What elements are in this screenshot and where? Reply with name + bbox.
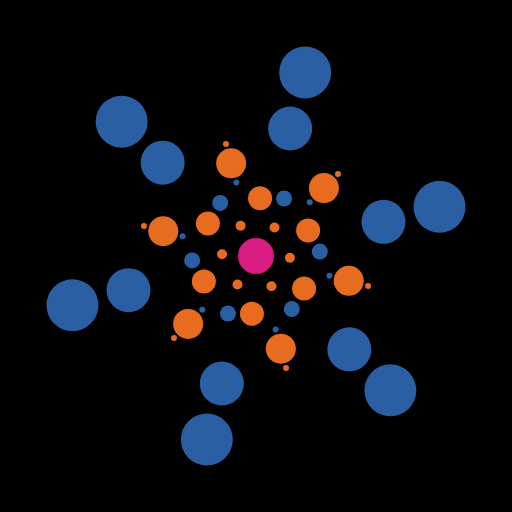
big-blue-dot [107,268,151,312]
pair-blue-dot [312,244,328,260]
pair-blue-dot [212,195,228,211]
big-blue-dot [268,107,312,151]
tiny-orange-dot [223,141,229,147]
pair-orange-dot [196,212,220,236]
outer-blue-dot [364,364,416,416]
tiny-orange-dot [141,223,147,229]
inner-orange-dot [217,249,227,259]
tiny-blue-dot [180,233,186,239]
pair-blue-dot [276,190,292,206]
inner-orange-dot [236,221,246,231]
pair-orange-dot [292,276,316,300]
inner-orange-dot [270,222,280,232]
outer-blue-dot [96,96,148,148]
tiny-orange-dot [365,283,371,289]
big-blue-dot [327,327,371,371]
outer-blue-dot [181,414,233,466]
core-dot [238,238,274,274]
big-blue-dot [200,362,244,406]
outer-blue-dot [414,181,466,233]
outer-blue-dot [279,46,331,98]
pair-orange-dot [192,269,216,293]
mid-orange-dot [148,216,178,246]
tiny-blue-dot [326,273,332,279]
tiny-blue-dot [199,307,205,313]
mid-orange-dot [216,148,246,178]
inner-orange-dot [285,253,295,263]
logo-canvas [0,0,512,512]
pair-blue-dot [220,306,236,322]
big-blue-dot [362,200,406,244]
pair-blue-dot [184,252,200,268]
tiny-blue-dot [307,199,313,205]
tiny-orange-dot [171,335,177,341]
pair-blue-dot [284,301,300,317]
mid-orange-dot [309,173,339,203]
radial-dot-logo [0,0,512,512]
mid-orange-dot [266,334,296,364]
big-blue-dot [141,141,185,185]
pair-orange-dot [248,186,272,210]
mid-orange-dot [173,309,203,339]
pair-orange-dot [296,219,320,243]
inner-orange-dot [232,280,242,290]
mid-orange-dot [334,266,364,296]
inner-orange-dot [266,281,276,291]
tiny-orange-dot [283,365,289,371]
pair-orange-dot [240,302,264,326]
tiny-blue-dot [233,180,239,186]
tiny-blue-dot [273,326,279,332]
outer-blue-dot [46,279,98,331]
tiny-orange-dot [335,171,341,177]
